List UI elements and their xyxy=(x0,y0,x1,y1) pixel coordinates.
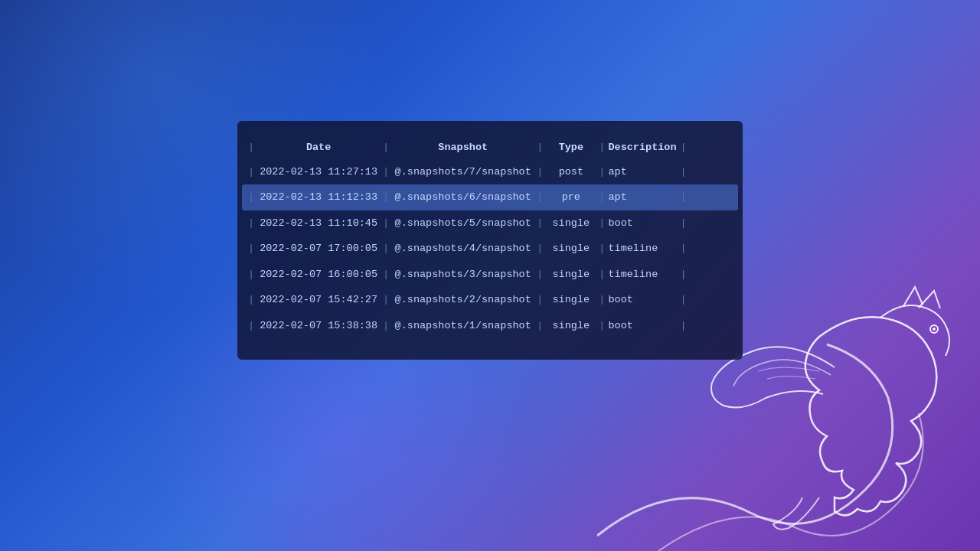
sep-1-2: | xyxy=(537,192,543,203)
cell-type-0: post xyxy=(546,167,596,178)
table-row[interactable]: | 2022-02-13 11:12:33 | @.snapshots/6/sn… xyxy=(242,184,738,210)
cell-description-2: boot xyxy=(608,218,677,229)
table-row[interactable]: | 2022-02-07 15:42:27 | @.snapshots/2/sn… xyxy=(245,287,735,313)
table-row[interactable]: | 2022-02-07 16:00:05 | @.snapshots/3/sn… xyxy=(245,262,735,288)
sep-h0: | xyxy=(248,142,254,153)
cell-date-2: 2022-02-13 11:10:45 xyxy=(257,218,380,229)
sep-3-0: | xyxy=(248,243,254,254)
cell-snapshot-6: @.snapshots/1/snapshot xyxy=(392,321,534,331)
sep-6-3: | xyxy=(599,321,605,331)
cell-type-3: single xyxy=(546,243,596,254)
cell-snapshot-4: @.snapshots/3/snapshot xyxy=(392,269,534,280)
sep-3-3: | xyxy=(599,243,605,254)
sep-5-4: | xyxy=(680,295,686,305)
sep-6-1: | xyxy=(383,321,389,331)
sep-4-1: | xyxy=(383,269,389,280)
sep-0-0: | xyxy=(248,167,254,178)
sep-1-4: | xyxy=(680,192,686,203)
cell-type-5: single xyxy=(546,295,596,305)
sep-4-2: | xyxy=(537,269,543,280)
sep-1-0: | xyxy=(248,192,254,203)
sep-0-3: | xyxy=(599,167,605,178)
sep-6-0: | xyxy=(248,321,254,331)
header-date: Date xyxy=(257,142,380,153)
sep-3-1: | xyxy=(383,243,389,254)
table-row[interactable]: | 2022-02-07 15:38:38 | @.snapshots/1/sn… xyxy=(245,313,735,339)
sep-h3: | xyxy=(599,142,605,153)
sep-4-0: | xyxy=(248,269,254,280)
cell-description-1: apt xyxy=(608,192,677,203)
cell-description-6: boot xyxy=(608,321,677,331)
svg-point-1 xyxy=(933,328,936,331)
sep-0-2: | xyxy=(537,167,543,178)
sep-2-3: | xyxy=(599,218,605,229)
sep-0-1: | xyxy=(383,167,389,178)
cell-date-6: 2022-02-07 15:38:38 xyxy=(257,321,380,331)
table-header-row: | Date | Snapshot | Type | Description | xyxy=(245,135,735,159)
header-snapshot: Snapshot xyxy=(392,142,534,153)
sep-4-4: | xyxy=(680,269,686,280)
cell-type-6: single xyxy=(546,321,596,331)
sep-h2: | xyxy=(537,142,543,153)
cell-description-3: timeline xyxy=(608,243,677,254)
sep-2-4: | xyxy=(680,218,686,229)
sep-4-3: | xyxy=(599,269,605,280)
cell-snapshot-0: @.snapshots/7/snapshot xyxy=(392,167,534,178)
sep-1-1: | xyxy=(383,192,389,203)
sep-5-2: | xyxy=(537,295,543,305)
cell-date-3: 2022-02-07 17:00:05 xyxy=(257,243,380,254)
sep-5-3: | xyxy=(599,295,605,305)
cell-date-1: 2022-02-13 11:12:33 xyxy=(257,192,380,203)
cell-snapshot-1: @.snapshots/6/snapshot xyxy=(392,192,534,203)
cell-type-1: pre xyxy=(546,192,596,203)
cell-description-5: boot xyxy=(608,295,677,305)
cell-date-0: 2022-02-13 11:27:13 xyxy=(257,167,380,178)
cell-type-4: single xyxy=(546,269,596,280)
sep-1-3: | xyxy=(599,192,605,203)
sep-0-4: | xyxy=(680,167,686,178)
sep-3-4: | xyxy=(680,243,686,254)
sep-6-2: | xyxy=(537,321,543,331)
cell-snapshot-2: @.snapshots/5/snapshot xyxy=(392,218,534,229)
cell-description-0: apt xyxy=(608,167,677,178)
cell-snapshot-3: @.snapshots/4/snapshot xyxy=(392,243,534,254)
sep-h4: | xyxy=(680,142,686,153)
sep-h1: | xyxy=(383,142,389,153)
sep-6-4: | xyxy=(680,321,686,331)
header-type: Type xyxy=(546,142,596,153)
cell-date-5: 2022-02-07 15:42:27 xyxy=(257,295,380,305)
cell-date-4: 2022-02-07 16:00:05 xyxy=(257,269,380,280)
cell-snapshot-5: @.snapshots/2/snapshot xyxy=(392,295,534,305)
table-row[interactable]: | 2022-02-07 17:00:05 | @.snapshots/4/sn… xyxy=(245,236,735,262)
table-body: | 2022-02-13 11:27:13 | @.snapshots/7/sn… xyxy=(245,159,735,339)
snapshot-table: | Date | Snapshot | Type | Description |… xyxy=(245,135,735,338)
sep-2-2: | xyxy=(537,218,543,229)
sep-5-1: | xyxy=(383,295,389,305)
table-row[interactable]: | 2022-02-13 11:10:45 | @.snapshots/5/sn… xyxy=(245,210,735,236)
header-description: Description xyxy=(608,142,677,153)
sep-2-1: | xyxy=(383,218,389,229)
sep-5-0: | xyxy=(248,295,254,305)
sep-2-0: | xyxy=(248,218,254,229)
table-row[interactable]: | 2022-02-13 11:27:13 | @.snapshots/7/sn… xyxy=(245,159,735,185)
cell-type-2: single xyxy=(546,218,596,229)
sep-3-2: | xyxy=(537,243,543,254)
terminal-panel: | Date | Snapshot | Type | Description |… xyxy=(237,121,743,360)
cell-description-4: timeline xyxy=(608,269,677,280)
